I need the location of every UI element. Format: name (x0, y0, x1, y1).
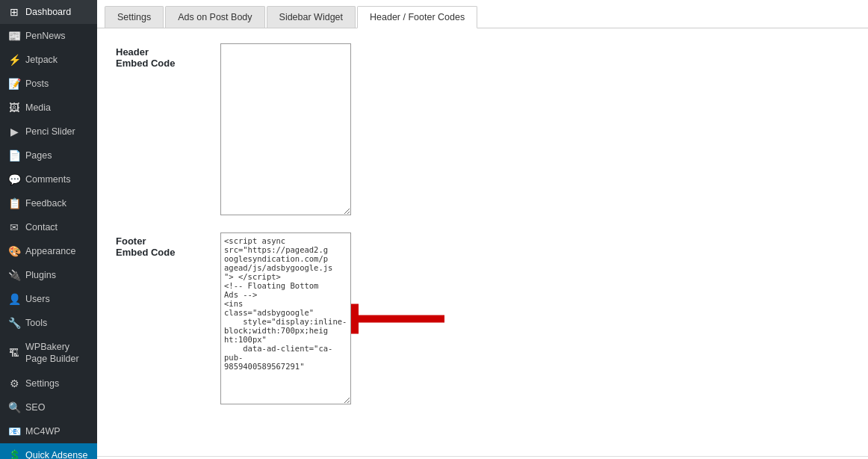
sidebar-item-mc4wp[interactable]: 📧 MC4WP (0, 419, 97, 443)
media-icon: 🖼 (7, 102, 21, 114)
sidebar-item-label: Jetpack (25, 55, 58, 65)
sidebar-item-penci-slider[interactable]: ▶ Penci Slider (0, 120, 97, 144)
sidebar-item-label: Media (25, 102, 51, 113)
appearance-icon: 🎨 (7, 245, 21, 257)
comments-icon: 💬 (7, 173, 21, 185)
sidebar-item-label: Appearance (25, 246, 75, 256)
sidebar-item-feedback[interactable]: 📋 Feedback (0, 191, 97, 215)
sidebar-item-label: Plugins (25, 270, 56, 280)
wpbakery-icon: 🏗 (7, 347, 21, 359)
sidebar-item-dashboard[interactable]: ⊞ Dashboard (0, 0, 97, 24)
sidebar-item-comments[interactable]: 💬 Comments (0, 167, 97, 191)
sidebar-item-label: Users (25, 294, 50, 304)
sidebar-item-contact[interactable]: ✉ Contact (0, 215, 97, 239)
jetpack-icon: ⚡ (7, 54, 21, 66)
sidebar-item-label: SEO (25, 402, 45, 413)
sidebar-item-label: WPBakery Page Builder (25, 341, 90, 366)
users-icon: 👤 (7, 293, 21, 305)
content-area: Header Embed Code Footer Embed Code (97, 28, 868, 456)
sidebar-item-quick-adsense[interactable]: 💲 Quick Adsense (0, 443, 97, 460)
feedback-icon: 📋 (7, 197, 21, 209)
sidebar-item-appearance[interactable]: 🎨 Appearance (0, 239, 97, 263)
quick-adsense-icon: 💲 (7, 449, 21, 460)
sidebar-item-label: Dashboard (25, 7, 71, 17)
sidebar-item-label: Tools (25, 318, 47, 328)
tab-header-footer-codes[interactable]: Header / Footer Codes (357, 6, 477, 28)
settings-icon: ⚙ (7, 378, 21, 389)
dashboard-icon: ⊞ (7, 6, 21, 18)
main-content: Settings Ads on Post Body Sidebar Widget… (97, 0, 868, 459)
sidebar-item-tools[interactable]: 🔧 Tools (0, 311, 97, 335)
contact-icon: ✉ (7, 221, 21, 233)
tab-sidebar-widget[interactable]: Sidebar Widget (267, 6, 356, 28)
tab-ads-on-post-body[interactable]: Ads on Post Body (165, 6, 264, 28)
sidebar-item-users[interactable]: 👤 Users (0, 287, 97, 311)
sidebar-item-label: Pages (25, 150, 52, 161)
posts-icon: 📝 (7, 78, 21, 90)
sidebar-item-seo[interactable]: 🔍 SEO (0, 395, 97, 419)
header-embed-wrap (220, 43, 351, 218)
sidebar-item-label: MC4WP (25, 426, 61, 437)
tools-icon: 🔧 (7, 317, 21, 329)
sidebar-item-label: PenNews (25, 31, 66, 41)
sidebar-item-pennews[interactable]: 📰 PenNews (0, 24, 97, 48)
penci-slider-icon: ▶ (7, 126, 21, 138)
sidebar-item-wpbakery[interactable]: 🏗 WPBakery Page Builder (0, 335, 97, 372)
save-row: Save Changes (97, 456, 868, 459)
footer-embed-textarea[interactable] (220, 232, 351, 404)
footer-embed-wrap (220, 232, 351, 407)
sidebar-item-label: Posts (25, 78, 49, 89)
footer-arrow-indicator (351, 304, 448, 336)
plugins-icon: 🔌 (7, 269, 21, 281)
sidebar-item-posts[interactable]: 📝 Posts (0, 72, 97, 96)
sidebar-item-settings[interactable]: ⚙ Settings (0, 372, 97, 395)
sidebar-item-label: Penci Slider (25, 126, 75, 137)
pages-icon: 📄 (7, 150, 21, 161)
tab-bar: Settings Ads on Post Body Sidebar Widget… (97, 0, 868, 28)
footer-embed-row: Footer Embed Code (116, 232, 849, 407)
sidebar-item-label: Quick Adsense (25, 450, 87, 460)
sidebar-item-jetpack[interactable]: ⚡ Jetpack (0, 48, 97, 72)
sidebar-item-plugins[interactable]: 🔌 Plugins (0, 263, 97, 287)
pennews-icon: 📰 (7, 30, 21, 42)
sidebar-item-label: Comments (25, 174, 70, 185)
seo-icon: 🔍 (7, 401, 21, 413)
sidebar-item-pages[interactable]: 📄 Pages (0, 144, 97, 167)
sidebar-item-label: Settings (25, 378, 59, 389)
tab-settings[interactable]: Settings (105, 6, 164, 28)
footer-embed-label: Footer Embed Code (116, 232, 220, 258)
sidebar-item-media[interactable]: 🖼 Media (0, 96, 97, 120)
header-embed-textarea[interactable] (220, 43, 351, 215)
header-embed-row: Header Embed Code (116, 43, 849, 218)
sidebar-item-label: Contact (25, 222, 58, 232)
mc4wp-icon: 📧 (7, 425, 21, 437)
header-embed-label: Header Embed Code (116, 43, 220, 69)
sidebar-item-label: Feedback (25, 198, 66, 209)
sidebar: ⊞ Dashboard 📰 PenNews ⚡ Jetpack 📝 Posts … (0, 0, 97, 459)
red-arrow-svg (351, 304, 448, 333)
